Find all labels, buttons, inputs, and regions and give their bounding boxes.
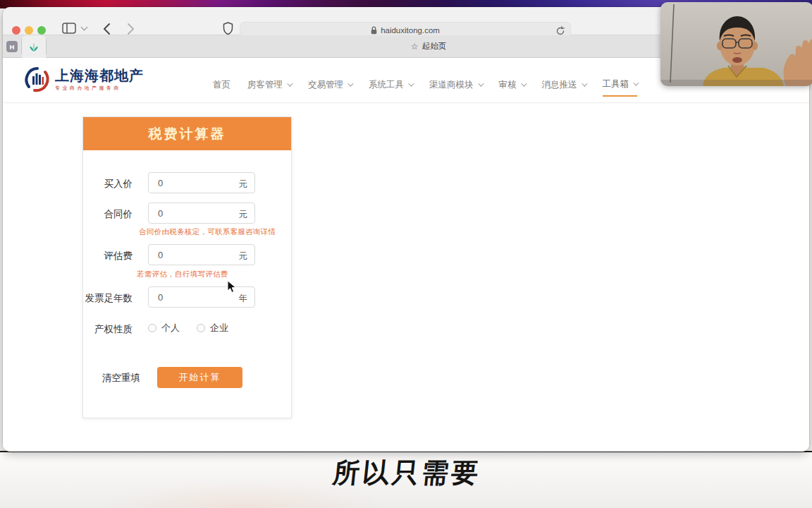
logo-mark-icon: [24, 66, 51, 93]
reload-icon[interactable]: [555, 26, 565, 36]
contract-price-field: 元: [148, 202, 255, 224]
nav-item-audit[interactable]: 审核: [499, 64, 525, 97]
nav-label: 消息推送: [542, 79, 577, 91]
zoom-button[interactable]: [37, 26, 46, 35]
buy-price-unit: 元: [239, 179, 248, 190]
clear-reset-link[interactable]: 清空重填: [102, 372, 140, 385]
mouse-cursor-icon: [227, 280, 236, 294]
nav-label: 交易管理: [308, 79, 343, 91]
radio-option-individual[interactable]: 个人: [148, 322, 180, 334]
minimize-button[interactable]: [25, 26, 33, 35]
invoice-years-unit: 年: [239, 293, 248, 305]
nav-item-channel-module[interactable]: 渠道商模块: [429, 64, 482, 97]
card-title: 税费计算器: [149, 125, 226, 143]
sidebar-chevron-down-icon[interactable]: [81, 24, 88, 31]
pinned-tab-site[interactable]: [22, 35, 46, 58]
radio-label: 个人: [161, 322, 180, 334]
nav-label: 系统工具: [369, 79, 404, 91]
logo-title: 上海海都地产: [55, 68, 144, 83]
nav-label: 首页: [213, 79, 230, 91]
webcam-overlay: [660, 2, 812, 86]
nav-item-home[interactable]: 首页: [213, 64, 230, 97]
back-icon[interactable]: [103, 23, 111, 35]
chevron-down-icon: [633, 80, 639, 85]
radio-option-enterprise[interactable]: 企业: [197, 322, 228, 334]
video-subtitle: 所以只需要: [329, 457, 483, 508]
star-icon: ☆: [411, 42, 419, 52]
invoice-years-label: 发票足年数: [83, 292, 133, 305]
chevron-down-icon: [408, 80, 414, 86]
appraisal-fee-hint: 若需评估，自行填写评估费: [137, 270, 228, 279]
nav-item-message-push[interactable]: 消息推送: [542, 64, 586, 97]
chevron-down-icon: [582, 80, 587, 86]
nav-label: 工具箱: [603, 78, 629, 90]
logo-subtitle: 专业商办地产服务商: [55, 85, 144, 92]
video-subtitle-band: 所以只需要: [0, 452, 812, 508]
ownership-type-label: 产权性质: [83, 323, 133, 336]
presenter-video: [660, 2, 812, 86]
buy-price-label: 买入价: [83, 178, 133, 190]
radio-circle-icon[interactable]: [148, 324, 156, 332]
nav-label: 渠道商模块: [429, 79, 474, 91]
page-content: 税费计算器 买入价 元 合同价 元 合同价由税务核定，可联系客服咨询详情 评估费…: [3, 104, 809, 452]
tab-title-text: 起始页: [422, 41, 447, 52]
plant-icon: [28, 42, 39, 52]
card-header: 税费计算器: [83, 117, 291, 150]
chevron-down-icon: [347, 80, 353, 86]
contract-price-label: 合同价: [83, 208, 133, 221]
appraisal-fee-field: 元: [148, 244, 255, 265]
site-logo[interactable]: 上海海都地产 专业商办地产服务商: [24, 66, 144, 93]
sidebar-icon[interactable]: [62, 23, 76, 34]
nav-label: 审核: [499, 79, 517, 91]
nav-item-system-tools[interactable]: 系统工具: [369, 64, 412, 97]
radio-label: 企业: [210, 322, 228, 334]
screen: 所以只需要: [0, 0, 812, 508]
shield-icon[interactable]: [223, 22, 233, 35]
nav-item-tenant-management[interactable]: 房客管理: [247, 64, 291, 97]
start-calculate-button[interactable]: 开始计算: [157, 367, 242, 388]
chevron-down-icon: [287, 80, 293, 86]
close-button[interactable]: [12, 26, 20, 35]
radio-circle-icon[interactable]: [197, 324, 205, 332]
nav-label: 房客管理: [247, 79, 283, 91]
nav-item-toolbox[interactable]: 工具箱: [603, 64, 638, 97]
lock-icon: [371, 26, 377, 35]
pinned-tab-h[interactable]: H: [6, 41, 18, 52]
nav-item-transaction-management[interactable]: 交易管理: [308, 64, 352, 97]
url-text: haiduxitong.com: [381, 26, 440, 35]
invoice-years-field: 年: [148, 286, 255, 308]
contract-price-hint: 合同价由税务核定，可联系客服咨询详情: [139, 227, 276, 237]
main-nav: 首页 房客管理 交易管理 系统工具 渠道商模块: [213, 58, 637, 103]
chevron-down-icon: [521, 80, 527, 86]
ownership-type-options: 个人 企业: [148, 322, 228, 334]
contract-price-unit: 元: [239, 209, 248, 221]
appraisal-fee-unit: 元: [239, 250, 248, 262]
forward-icon[interactable]: [127, 23, 135, 35]
buy-price-field: 元: [148, 172, 255, 193]
tab-separator: [46, 39, 47, 54]
appraisal-fee-label: 评估费: [83, 250, 133, 262]
tax-calculator-card: 税费计算器 买入价 元 合同价 元 合同价由税务核定，可联系客服咨询详情 评估费…: [82, 116, 292, 418]
chevron-down-icon: [478, 80, 484, 86]
